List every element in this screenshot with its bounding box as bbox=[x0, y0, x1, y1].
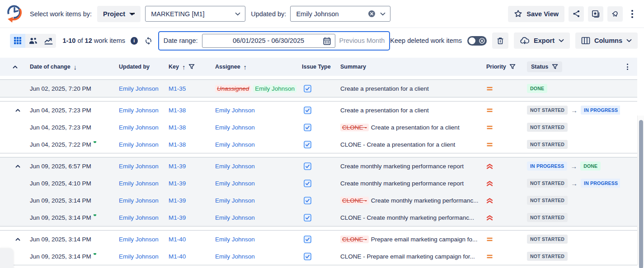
assignee-link[interactable]: Emily Johnson bbox=[215, 236, 255, 243]
columns-label: Columns bbox=[594, 37, 622, 44]
updated-by-link[interactable]: Emily Johnson bbox=[119, 85, 159, 92]
updated-by-link[interactable]: Emily Johnson bbox=[119, 253, 159, 260]
assignee-link[interactable]: Emily Johnson bbox=[215, 180, 255, 187]
header-priority[interactable]: Priority bbox=[483, 64, 523, 70]
project-select[interactable]: MARKETING [M1] bbox=[145, 6, 245, 22]
updated-by-link[interactable]: Emily Johnson bbox=[119, 236, 159, 243]
priority-highest-icon bbox=[486, 215, 493, 221]
updated-by-link[interactable]: Emily Johnson bbox=[119, 197, 159, 204]
clear-selection-icon[interactable] bbox=[368, 10, 376, 18]
table-view-button[interactable] bbox=[10, 34, 25, 48]
priority-cell bbox=[483, 215, 523, 221]
header-updated-by[interactable]: Updated by bbox=[115, 64, 165, 70]
date-of-change-cell: Jun 09, 2025, 6:57 PM bbox=[26, 163, 115, 170]
priority-filter-icon[interactable] bbox=[509, 64, 516, 70]
work-item-key-link[interactable]: M1-38 bbox=[169, 107, 186, 114]
columns-button[interactable]: Columns bbox=[575, 32, 638, 49]
table-row: Jun 02, 2025, 7:20 PMEmily JohnsonM1-35U… bbox=[0, 80, 637, 97]
assignee-link[interactable]: Emily Johnson bbox=[215, 163, 255, 170]
header-assignee[interactable]: Assignee ↑ bbox=[212, 63, 298, 71]
collapse-row-button[interactable] bbox=[13, 163, 23, 170]
assignee-link[interactable]: Emily Johnson bbox=[215, 197, 255, 204]
updated-by-link[interactable]: Emily Johnson bbox=[119, 214, 159, 221]
key-filter-icon[interactable] bbox=[188, 64, 195, 70]
work-item-key-link[interactable]: M1-38 bbox=[169, 141, 186, 148]
priority-cell bbox=[483, 108, 523, 113]
header-summary[interactable]: Summary bbox=[337, 64, 483, 70]
work-item-key-link[interactable]: M1-40 bbox=[169, 253, 186, 260]
assignee-link[interactable]: Emily Johnson bbox=[215, 107, 255, 114]
vertical-scrollbar[interactable] bbox=[637, 116, 644, 265]
collapse-row-button[interactable] bbox=[13, 236, 23, 243]
work-item-key-link[interactable]: M1-39 bbox=[169, 180, 186, 187]
header-date-of-change[interactable]: Date of change ↓ bbox=[26, 63, 115, 71]
date-range-input[interactable]: 06/01/2025 - 06/30/2025 bbox=[202, 34, 335, 48]
status-badge: IN PROGRESS bbox=[527, 162, 567, 171]
people-view-icon bbox=[28, 37, 38, 45]
collapse-row-button[interactable] bbox=[13, 107, 23, 114]
task-type-icon bbox=[304, 124, 311, 131]
table-row: Jun 09, 2025, 3:14 PMEmily JohnsonM1-39E… bbox=[0, 192, 637, 209]
assignee-removed-value: Unassigned bbox=[215, 85, 251, 92]
key-cell: M1-39 bbox=[165, 163, 212, 170]
header-key[interactable]: Key ↑ bbox=[165, 63, 212, 71]
saved-views-button[interactable] bbox=[588, 6, 603, 22]
chart-view-button[interactable] bbox=[41, 34, 56, 48]
work-item-key-link[interactable]: M1-39 bbox=[169, 214, 186, 221]
header-issue-type[interactable]: Issue Type bbox=[298, 64, 337, 70]
updated-by-link[interactable]: Emily Johnson bbox=[119, 124, 159, 131]
summary-cell: Create monthly marketing performance rep… bbox=[337, 180, 483, 187]
status-filter-icon[interactable] bbox=[552, 64, 558, 70]
summary-value: CLONE - Create a presentation for a clie… bbox=[340, 141, 455, 148]
share-button[interactable] bbox=[569, 6, 584, 22]
status-cell: NOT STARTED→IN PROGRESS bbox=[523, 106, 620, 115]
people-view-button[interactable] bbox=[25, 34, 41, 48]
assignee-cell: Emily Johnson bbox=[212, 163, 298, 170]
calendar-icon[interactable] bbox=[323, 37, 331, 46]
sort-desc-icon[interactable]: ↓ bbox=[74, 63, 77, 71]
table-kebab-icon[interactable] bbox=[624, 62, 631, 72]
task-type-icon bbox=[304, 214, 311, 222]
priority-medium-icon bbox=[486, 108, 493, 113]
save-view-button[interactable]: Save View bbox=[508, 6, 564, 22]
refresh-button[interactable] bbox=[144, 37, 153, 45]
updated-by-link[interactable]: Emily Johnson bbox=[119, 180, 159, 187]
table-row: Jun 09, 2025, 3:14 PMEmily JohnsonM1-40E… bbox=[0, 248, 637, 265]
notifications-button[interactable] bbox=[607, 6, 623, 22]
status-cell: DONE bbox=[523, 84, 620, 93]
updated-by-cell: Emily Johnson bbox=[115, 253, 165, 260]
top-bar: Select work items by: Project MARKETING … bbox=[0, 0, 644, 28]
select-mode-dropdown-button[interactable]: Project bbox=[97, 6, 141, 22]
more-actions-button[interactable] bbox=[627, 7, 638, 21]
summary-cell: Create a presentation for a client bbox=[337, 107, 483, 114]
delete-button[interactable] bbox=[492, 32, 508, 49]
assignee-link[interactable]: Emily Johnson bbox=[215, 141, 255, 148]
keep-deleted-toggle[interactable] bbox=[467, 36, 487, 46]
collapse-all-header[interactable] bbox=[0, 65, 26, 69]
sort-asc-icon[interactable]: ↑ bbox=[182, 63, 186, 71]
assignee-link[interactable]: Emily Johnson bbox=[215, 214, 255, 221]
export-button[interactable]: Export bbox=[514, 32, 570, 49]
status-transition-arrow-icon: → bbox=[571, 180, 578, 187]
work-item-key-link[interactable]: M1-40 bbox=[169, 236, 186, 243]
sort-asc-icon[interactable]: ↑ bbox=[244, 63, 247, 71]
updated-by-link[interactable]: Emily Johnson bbox=[119, 141, 159, 148]
scrollbar-thumb[interactable] bbox=[639, 120, 643, 268]
header-status[interactable]: Status bbox=[523, 61, 620, 72]
updated-by-link[interactable]: Emily Johnson bbox=[119, 163, 159, 170]
status-cell: NOT STARTED bbox=[523, 140, 620, 149]
work-item-key-link[interactable]: M1-35 bbox=[169, 85, 186, 92]
work-item-key-link[interactable]: M1-39 bbox=[169, 197, 186, 204]
summary-cell: CLONE - Create a presentation for a clie… bbox=[337, 141, 483, 148]
work-item-key-link[interactable]: M1-38 bbox=[169, 124, 186, 131]
summary-cell: CLONE -Create monthly marketing performa… bbox=[337, 197, 483, 204]
assignee-link[interactable]: Emily Johnson bbox=[215, 124, 255, 131]
header-more[interactable] bbox=[620, 62, 637, 72]
work-item-key-link[interactable]: M1-39 bbox=[169, 163, 186, 170]
period-preset-label[interactable]: Previous Month bbox=[339, 37, 385, 44]
assignee-link[interactable]: Emily Johnson bbox=[215, 253, 255, 260]
date-of-change-cell: Jun 09, 2025, 3:14 PM bbox=[26, 214, 115, 221]
info-icon[interactable]: i bbox=[131, 37, 138, 45]
updated-by-select[interactable]: Emily Johnson bbox=[290, 6, 390, 22]
updated-by-link[interactable]: Emily Johnson bbox=[119, 107, 159, 114]
